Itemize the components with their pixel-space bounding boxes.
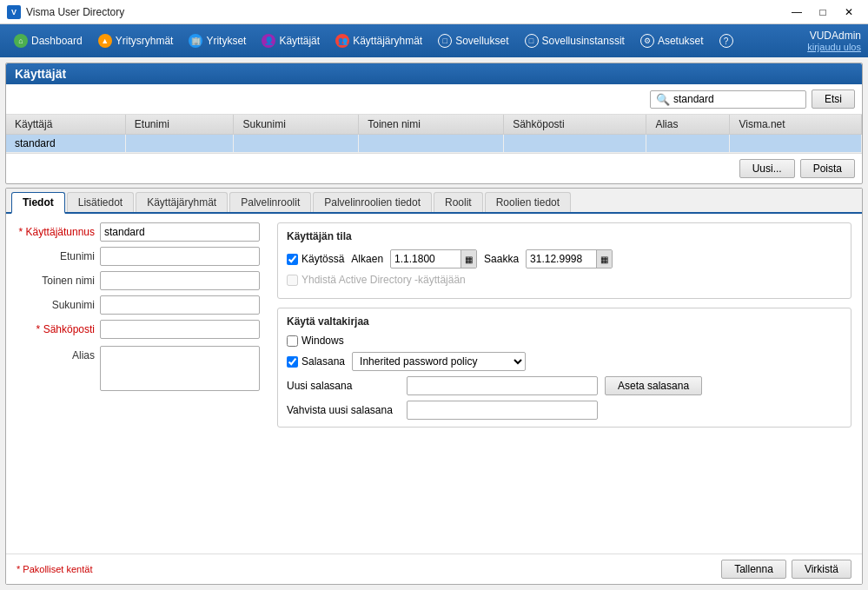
salasana-checkbox[interactable] xyxy=(287,356,298,368)
close-button[interactable]: ✕ xyxy=(837,3,861,22)
uusi-salasana-input[interactable] xyxy=(407,376,598,395)
yhdista-checkbox-label[interactable]: Yhdistä Active Directory -käyttäjään xyxy=(287,274,466,286)
alkaen-calendar-button[interactable]: ▦ xyxy=(461,250,476,268)
kayttajatunnus-input[interactable] xyxy=(100,222,260,242)
dashboard-icon: ⌂ xyxy=(14,34,28,48)
kaytossa-label: Käytössä xyxy=(301,253,344,265)
app-icon: V xyxy=(7,5,21,19)
password-policy-select[interactable]: Inherited password policy xyxy=(352,352,526,371)
alias-textarea[interactable] xyxy=(100,346,260,391)
tab-lisatiedot[interactable]: Lisätiedot xyxy=(67,192,134,212)
toinennimi-input[interactable] xyxy=(100,271,260,290)
required-note: * Pakolliset kentät xyxy=(17,564,92,574)
yhdista-row: Yhdistä Active Directory -käyttäjään xyxy=(287,274,842,286)
nav-asetukset[interactable]: ⚙ Asetukset xyxy=(633,30,711,51)
alias-row: Alias xyxy=(17,346,260,391)
maximize-button[interactable]: □ xyxy=(811,3,835,22)
alias-label: Alias xyxy=(17,346,95,361)
etunimi-input[interactable] xyxy=(100,247,260,266)
nav-kayttajat-label: Käyttäjät xyxy=(279,35,320,47)
windows-checkbox-label[interactable]: Windows xyxy=(287,335,344,347)
users-section: Käyttäjät 🔍 Etsi Käyttäjä Etunimi Sukuni… xyxy=(5,63,863,184)
col-etunimi: Etunimi xyxy=(125,115,234,135)
nav-sovellusinstanssit[interactable]: □ Sovellusinstanssit xyxy=(518,30,632,51)
uusi-button[interactable]: Uusi... xyxy=(739,159,795,178)
sukunimi-row: Sukunimi xyxy=(17,295,260,315)
windows-checkbox[interactable] xyxy=(287,335,298,347)
kayttajatunnus-label: * Käyttäjätunnus xyxy=(17,226,95,238)
tab-tiedot[interactable]: Tiedot xyxy=(11,192,65,214)
toinennimi-row: Toinen nimi xyxy=(17,271,260,290)
window-controls: — □ ✕ xyxy=(785,3,861,22)
help-icon: ? xyxy=(719,34,733,48)
app-title: Visma User Directory xyxy=(26,6,124,18)
cell-vismanet xyxy=(730,135,862,153)
col-toinennimi: Toinen nimi xyxy=(359,115,504,135)
col-sahkoposti: Sähköposti xyxy=(504,115,646,135)
nav-yritykset[interactable]: 🏢 Yritykset xyxy=(182,30,253,51)
yhdista-checkbox[interactable] xyxy=(287,275,298,286)
logout-link[interactable]: kirjaudu ulos xyxy=(807,42,861,52)
table: Käyttäjä Etunimi Sukunimi Toinen nimi Sä… xyxy=(6,115,862,153)
table-header-row: Käyttäjä Etunimi Sukunimi Toinen nimi Sä… xyxy=(6,115,862,135)
saakka-calendar-button[interactable]: ▦ xyxy=(596,250,612,268)
minimize-button[interactable]: — xyxy=(785,3,809,22)
nav-yritysryhmat[interactable]: ▲ Yritysryhmät xyxy=(91,30,181,51)
nav-kayttajaryhmat-label: Käyttäjäryhmät xyxy=(353,35,422,47)
vahvista-salasana-input[interactable] xyxy=(407,401,598,420)
salasana-checkbox-label[interactable]: Salasana xyxy=(287,355,345,368)
sukunimi-input[interactable] xyxy=(100,295,260,315)
tab-roolien-tiedot[interactable]: Roolien tiedot xyxy=(485,192,571,212)
users-table: Käyttäjä Etunimi Sukunimi Toinen nimi Sä… xyxy=(6,115,862,153)
alkaen-date-input[interactable] xyxy=(391,251,461,267)
search-input-wrap: 🔍 xyxy=(650,90,806,109)
right-column: Käyttäjän tila Käytössä Alkaen ▦ Saakka xyxy=(277,222,851,545)
poista-button[interactable]: Poista xyxy=(800,159,855,178)
tab-palvelinroolit[interactable]: Palvelinroolit xyxy=(229,192,311,212)
search-button[interactable]: Etsi xyxy=(812,89,855,109)
sovellukset-icon: □ xyxy=(438,34,452,48)
tabs-bar: Tiedot Lisätiedot Käyttäjäryhmät Palveli… xyxy=(6,189,862,214)
cell-alias xyxy=(646,135,730,153)
saakka-date-input[interactable] xyxy=(527,251,596,267)
cell-toinennimi xyxy=(359,135,504,153)
section-header: Käyttäjät xyxy=(6,63,862,84)
tallenna-button[interactable]: Tallenna xyxy=(721,560,786,579)
virkista-button[interactable]: Virkistä xyxy=(792,560,851,579)
detail-panel: Tiedot Lisätiedot Käyttäjäryhmät Palveli… xyxy=(5,188,863,585)
kayttajatunnus-row: * Käyttäjätunnus xyxy=(17,222,260,242)
nav-sovellukset[interactable]: □ Sovellukset xyxy=(431,30,515,51)
kaytossa-checkbox-label[interactable]: Käytössä xyxy=(287,253,344,265)
kaytossa-checkbox[interactable] xyxy=(287,254,298,265)
tab-kayttajaryhmat[interactable]: Käyttäjäryhmät xyxy=(136,192,228,212)
table-row[interactable]: standard xyxy=(6,135,862,153)
alkaen-label: Alkaen xyxy=(351,253,383,265)
nav-kayttajaryhmat[interactable]: 👥 Käyttäjäryhmät xyxy=(328,30,429,51)
col-vismanet: Visma.net xyxy=(730,115,862,135)
nav-dashboard[interactable]: ⌂ Dashboard xyxy=(7,30,89,51)
cell-sukunimi xyxy=(234,135,359,153)
vahvista-salasana-row: Vahvista uusi salasana xyxy=(287,401,842,420)
cell-sahkoposti xyxy=(504,135,646,153)
aseta-salasana-button[interactable]: Aseta salasana xyxy=(605,376,702,395)
sahkoposti-input[interactable] xyxy=(100,320,260,339)
nav-kayttajat[interactable]: 👤 Käyttäjät xyxy=(255,30,327,51)
top-right: VUDAdmin kirjaudu ulos xyxy=(807,30,861,52)
form-column: * Käyttäjätunnus Etunimi Toinen nimi Suk… xyxy=(17,222,260,545)
window-area: Käyttäjät 🔍 Etsi Käyttäjä Etunimi Sukuni… xyxy=(0,57,868,590)
yritysryhmat-icon: ▲ xyxy=(98,34,112,48)
etunimi-row: Etunimi xyxy=(17,247,260,266)
search-bar: 🔍 Etsi xyxy=(6,84,862,115)
kayttajaryhmat-icon: 👥 xyxy=(335,34,349,48)
tab-roolit[interactable]: Roolit xyxy=(434,192,483,212)
cell-etunimi xyxy=(125,135,234,153)
yritykset-icon: 🏢 xyxy=(189,34,202,48)
valtakirja-title: Käytä valtakirjaa xyxy=(287,315,842,328)
tab-palvelinroolien-tiedot[interactable]: Palvelinroolien tiedot xyxy=(313,192,432,212)
toinennimi-label: Toinen nimi xyxy=(17,275,95,287)
saakka-label: Saakka xyxy=(484,253,519,265)
valtakirja-rows: Windows Salasana Inherited password poli… xyxy=(287,335,842,420)
search-input[interactable] xyxy=(673,93,804,105)
nav-asetukset-label: Asetukset xyxy=(658,35,704,47)
nav-help[interactable]: ? xyxy=(712,30,740,51)
